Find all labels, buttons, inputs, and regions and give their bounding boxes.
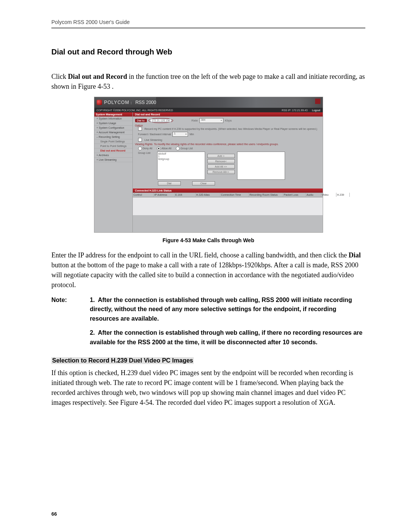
status-columns: Control IP Address E.164 H.320 Alias Con… <box>133 193 323 197</box>
sidebar-header: System Management <box>94 112 132 117</box>
live-streaming-label: Live Streaming <box>145 139 162 141</box>
col-e164: E.164 <box>175 193 196 197</box>
add-all-button[interactable]: Add All >> <box>207 165 235 169</box>
rss-ip-label: RSS IP: 172.21.99.43 <box>282 109 307 112</box>
radio-allow-label: Allow All <box>161 147 171 150</box>
list-item[interactable]: abdsdf <box>158 152 204 155</box>
dial-button[interactable]: Dial <box>158 181 181 185</box>
intro-bold: Dial out and Record <box>68 73 127 80</box>
running-head: Polycom RSS 2000 User's Guide <box>51 19 365 29</box>
app-banner: POLYCOM | RSS 2000 <box>94 97 323 108</box>
sidebar-item-system-configuration[interactable]: System Configuration <box>94 126 132 130</box>
status-data-pane <box>133 197 323 215</box>
col-packet-loss: Packet Loss <box>283 193 306 197</box>
para2-bold: Dial <box>349 251 361 259</box>
group-list-target[interactable] <box>237 152 285 180</box>
list-item[interactable]: testgroup <box>158 158 204 160</box>
rate-select[interactable]: 384 <box>199 118 223 123</box>
col-h320: H.320 Alias <box>196 193 220 197</box>
intro-paragraph: Click Dial out and Record in the functio… <box>51 72 365 91</box>
brand-polycom: POLYCOM <box>104 100 129 105</box>
col-h239: H.239 <box>336 193 350 197</box>
intro-prefix: Click <box>51 73 68 80</box>
para2-b: button at the bottom of the page to make… <box>51 261 358 289</box>
dial-to-label: Dial to: <box>135 119 147 122</box>
fwd-back-select[interactable]: 1 <box>172 132 188 137</box>
group-list-source[interactable]: abdsdf 1 testgroup <box>157 152 205 180</box>
radio-group-list[interactable] <box>176 147 180 150</box>
status-table-header: Connected H.323 Link Status <box>133 189 323 193</box>
app-status-bar: COPYRIGHT ©2006 POLYCOM, INC. ALL RIGHTS… <box>94 108 323 112</box>
col-audio: Audio <box>306 193 321 197</box>
fwd-back-unit: Min <box>190 133 194 136</box>
list-item[interactable]: 1 <box>158 155 204 158</box>
app-window: POLYCOM | RSS 2000 COPYRIGHT ©2006 POLYC… <box>94 97 323 233</box>
group-list-label: Group List: <box>138 152 155 154</box>
col-room-status: Recording Room Status <box>249 193 283 197</box>
rate-label: Rate <box>191 119 198 122</box>
paragraph-2: Enter the IP address for the endpoint to… <box>51 250 365 290</box>
note-item-2: 2.After the connection is established th… <box>90 328 365 347</box>
radio-allow-all[interactable] <box>157 147 161 150</box>
radio-deny-label: Deny All <box>143 147 153 150</box>
note-item-1: 1.After the connection is established th… <box>90 296 365 324</box>
clear-button[interactable]: Clear <box>192 181 215 185</box>
sidebar-item-point-to-point[interactable]: Point to Point Settings <box>94 144 132 149</box>
sidebar-item-dial-out-record[interactable]: Dial out and Record <box>94 149 132 153</box>
banner-graphic <box>156 97 322 108</box>
sidebar: System Management System Information Sys… <box>94 112 133 232</box>
paragraph-3: If this option is checked, H.239 duel vi… <box>51 368 365 407</box>
radio-group-label: Group List <box>180 147 193 150</box>
dial-to-highlight: 172.21.120.156 <box>148 118 173 123</box>
polycom-logo-icon <box>97 100 102 105</box>
para2-a: Enter the IP address for the endpoint to… <box>51 251 349 259</box>
rate-unit: Kbps <box>225 119 232 122</box>
note-block: Note: 1.After the connection is establis… <box>51 296 365 352</box>
add-button[interactable]: Add > <box>207 154 235 158</box>
figure-caption: Figure 4-53 Make Calls through Web <box>51 237 365 243</box>
copyright-text: COPYRIGHT ©2006 POLYCOM, INC. ALL RIGHTS… <box>97 109 282 112</box>
radio-deny-all[interactable] <box>138 147 142 150</box>
dial-to-input[interactable]: 172.21.120.156 <box>150 119 172 122</box>
section-title: Dial out and Record through Web <box>51 48 365 56</box>
sidebar-item-system-usage[interactable]: System Usage <box>94 121 132 126</box>
viewing-rights-hint: To modify the viewing rights of the reco… <box>154 143 279 145</box>
sidebar-item-system-information[interactable]: System Information <box>94 117 132 121</box>
record-pc-text: Record my PC content if H.239 is support… <box>145 128 317 130</box>
subsection-title: Selection to Record H.239 Duel Video PC … <box>51 357 194 364</box>
sidebar-item-account-management[interactable]: Account Management <box>94 130 132 135</box>
content-pane: Dial out and Record Dial to: 172.21.120.… <box>133 112 323 232</box>
sidebar-item-live-streaming[interactable]: Live Streaming <box>94 158 132 162</box>
note1-text: After the connection is established thro… <box>90 297 352 322</box>
col-ip: IP Address <box>154 193 175 197</box>
fwd-back-label: Forward / Backward interval <box>138 133 171 136</box>
live-streaming-checkbox[interactable] <box>138 138 142 142</box>
banner-accent-icon <box>315 99 320 104</box>
viewing-rights-label: Viewing Rights <box>135 143 153 145</box>
note2-text: After the connection is established thro… <box>90 329 363 345</box>
logout-link[interactable]: Logout <box>312 109 320 112</box>
record-pc-checkbox[interactable] <box>138 127 142 131</box>
sidebar-item-single-point[interactable]: Single Point Settings <box>94 139 132 144</box>
content-header: Dial out and Record <box>133 112 323 117</box>
option-heading: Option <box>135 124 320 127</box>
remove-all-button[interactable]: Remove All<< <box>207 170 235 174</box>
brand-rss2000: RSS 2000 <box>135 100 156 105</box>
sidebar-item-recording-setting[interactable]: Recording Setting <box>94 135 132 139</box>
brand-separator: | <box>131 101 132 104</box>
remove-button[interactable]: Remove< <box>207 159 235 163</box>
col-video: Video <box>321 193 336 197</box>
sidebar-item-archives[interactable]: Archives <box>94 153 132 158</box>
col-conn-time: Connection Time <box>220 193 249 197</box>
page-number: 66 <box>51 511 57 517</box>
note-label: Note: <box>51 296 67 352</box>
col-control: Control <box>133 193 154 197</box>
